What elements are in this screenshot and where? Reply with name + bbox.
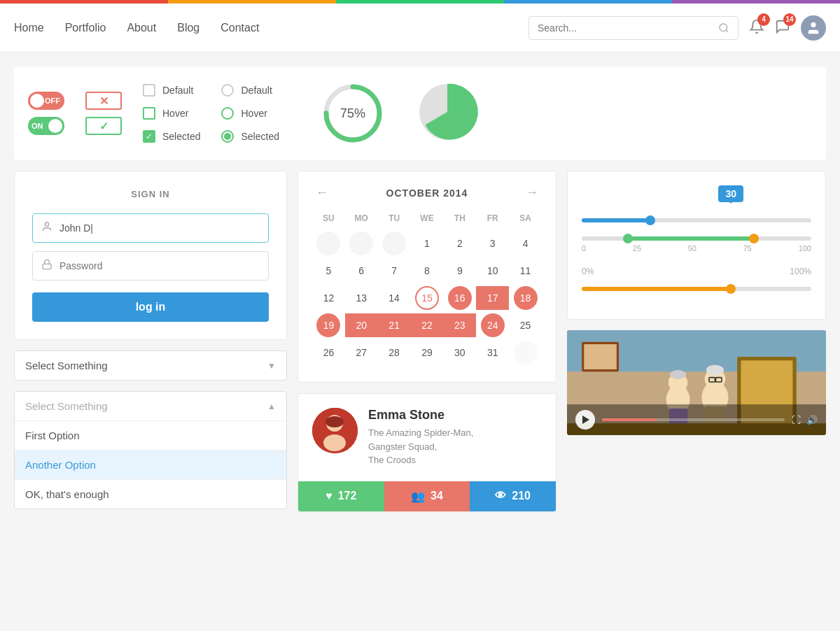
cal-cell-16[interactable]: 16	[448, 286, 472, 310]
cal-cell-29[interactable]: 29	[415, 341, 439, 364]
checkbox-hover[interactable]: Hover	[143, 107, 200, 120]
user-avatar[interactable]	[801, 15, 826, 41]
select-open-header[interactable]: Select Something ▲	[15, 392, 286, 421]
cal-cell-21[interactable]: 21	[378, 313, 411, 337]
volume-icon[interactable]: 🔊	[806, 415, 818, 425]
signin-box: SIGN IN	[14, 171, 287, 340]
cal-cell-24[interactable]: 24	[481, 313, 505, 337]
cal-cell-3[interactable]: 3	[481, 232, 505, 255]
pie-chart-section	[416, 80, 479, 146]
left-col: SIGN IN	[14, 171, 287, 512]
calendar-next-button[interactable]: →	[522, 185, 542, 200]
video-progress[interactable]	[602, 418, 785, 421]
select-closed[interactable]: Select Something ▼	[14, 350, 287, 381]
profile-stats: ♥ 172 👥 34 👁 210	[298, 481, 556, 511]
select-option-0[interactable]: First Option	[15, 421, 286, 451]
cal-cell-20[interactable]: 20	[345, 313, 378, 337]
slider-thumb-green[interactable]	[623, 234, 633, 243]
nav-home[interactable]: Home	[14, 22, 44, 34]
cal-cell-2[interactable]: 2	[448, 232, 472, 255]
nav-about[interactable]: About	[127, 22, 156, 34]
cal-cell-17[interactable]: 17	[476, 286, 509, 310]
checkbox-btn-checked[interactable]: ✓	[85, 117, 122, 135]
checkbox-options: Default Hover ✓ Selected	[143, 84, 200, 143]
play-button[interactable]	[575, 410, 595, 430]
cal-cell-5[interactable]: 5	[316, 259, 340, 283]
cal-cell-12[interactable]: 12	[316, 286, 340, 310]
cal-cell-11[interactable]: 11	[514, 259, 538, 283]
cal-cell-18[interactable]: 18	[514, 286, 538, 310]
cal-cell-27[interactable]: 27	[349, 341, 373, 364]
followers-button[interactable]: 👥 34	[384, 481, 470, 511]
hearts-button[interactable]: ♥ 172	[298, 481, 384, 511]
rb-circle-hover	[221, 107, 234, 120]
cal-cell-30[interactable]: 30	[448, 341, 472, 364]
cal-cell-9[interactable]: 9	[448, 259, 472, 283]
fullscreen-icon[interactable]: ⛶	[792, 415, 801, 425]
password-input[interactable]	[59, 260, 260, 271]
followers-icon: 👥	[411, 490, 425, 503]
username-input[interactable]	[59, 222, 260, 234]
tick-icon: ✓	[146, 132, 153, 141]
cal-cell-25[interactable]: 25	[514, 313, 538, 337]
cal-cell-22[interactable]: 22	[411, 313, 444, 337]
calendar-box: ← OCTOBER 2014 → SU MO TU WE TH FR SA	[298, 171, 556, 383]
cal-cell-28[interactable]: 28	[382, 341, 406, 364]
cal-cell-14[interactable]: 14	[382, 286, 406, 310]
video-controls: ⛶ 🔊	[567, 404, 826, 435]
cal-week-1: 1 2 3 4	[312, 232, 542, 255]
profile-card: Emma Stone The Amazing Spider-Man,Gangst…	[298, 393, 556, 512]
toggle-off[interactable]: OFF	[28, 92, 64, 110]
nav-portfolio[interactable]: Portfolio	[65, 22, 106, 34]
messages-button[interactable]: 14	[775, 19, 790, 37]
checkbox-selected[interactable]: ✓ Selected	[143, 130, 200, 143]
avatar-illustration	[312, 408, 358, 453]
cal-dh-sa: SA	[509, 211, 542, 226]
search-input[interactable]	[538, 22, 718, 34]
radio-default[interactable]: Default	[221, 84, 279, 97]
select-closed-header[interactable]: Select Something ▼	[15, 351, 286, 380]
views-button[interactable]: 👁 210	[470, 481, 556, 511]
checkbox-default-label: Default	[162, 85, 193, 96]
cal-cell-7[interactable]: 7	[382, 259, 406, 283]
slider-thumb-orange[interactable]	[726, 284, 736, 294]
notifications-button[interactable]: 4	[749, 19, 764, 37]
slider-thumb-blue[interactable]	[645, 215, 655, 225]
slider-fill-blue	[582, 218, 650, 222]
login-button[interactable]: log in	[32, 292, 269, 322]
radio-selected[interactable]: Selected	[221, 130, 279, 143]
cal-cell-19[interactable]: 19	[316, 313, 340, 337]
checkbox-selected-label: Selected	[162, 131, 200, 142]
cal-cell-23[interactable]: 23	[443, 313, 476, 337]
cal-cell-26[interactable]: 26	[316, 341, 340, 364]
select-open: Select Something ▲ First Option Another …	[14, 391, 287, 509]
cal-week-3: 12 13 14 15 16 17 18	[312, 286, 542, 310]
select-option-2[interactable]: OK, that's enough	[15, 480, 286, 509]
svg-point-10	[323, 434, 346, 451]
nav-icons: 4 14	[749, 15, 826, 41]
slider-label-0: 0	[582, 244, 586, 253]
checkbox-btn-unchecked[interactable]: ✕	[85, 92, 122, 110]
cal-cell-1[interactable]: 1	[415, 232, 439, 255]
checkbox-default[interactable]: Default	[143, 84, 200, 97]
select-option-1[interactable]: Another Option	[15, 451, 286, 480]
checkbox-hover-label: Hover	[162, 108, 188, 119]
nav-contact[interactable]: Contact	[220, 22, 259, 34]
check-icon: ✓	[99, 120, 108, 133]
cal-cell-empty-1	[316, 232, 340, 255]
calendar-title: OCTOBER 2014	[386, 187, 468, 199]
slider-thumb-orange-right[interactable]	[749, 234, 759, 243]
cal-cell-6[interactable]: 6	[349, 259, 373, 283]
toggle-on[interactable]: ON	[28, 117, 64, 135]
cal-cell-10[interactable]: 10	[481, 259, 505, 283]
radio-selected-label: Selected	[241, 131, 279, 142]
radio-hover[interactable]: Hover	[221, 107, 279, 120]
cal-cell-31[interactable]: 31	[481, 341, 505, 364]
cal-cell-15[interactable]: 15	[415, 286, 439, 310]
cal-cell-8[interactable]: 8	[415, 259, 439, 283]
calendar-prev-button[interactable]: ←	[312, 185, 332, 200]
cal-cell-4[interactable]: 4	[514, 232, 538, 255]
cal-dh-mo: MO	[345, 211, 378, 226]
cal-cell-13[interactable]: 13	[349, 286, 373, 310]
nav-blog[interactable]: Blog	[177, 22, 200, 34]
